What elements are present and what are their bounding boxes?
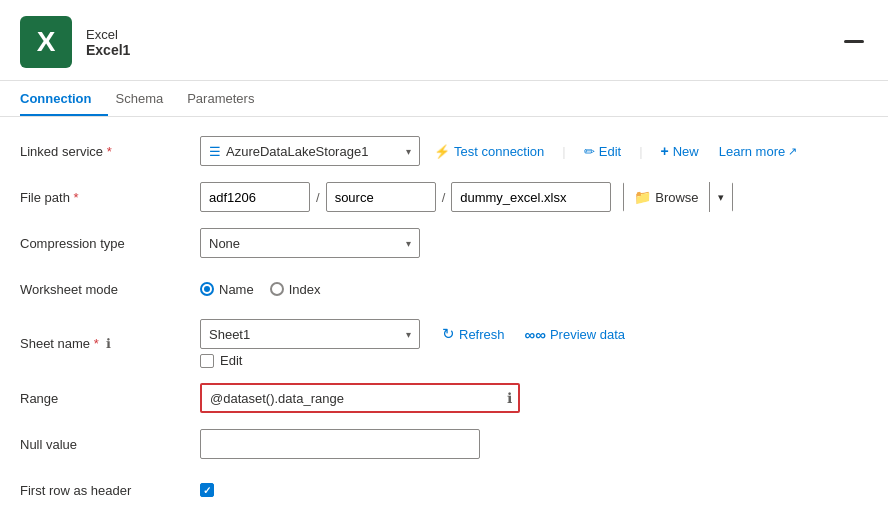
tab-schema[interactable]: Schema xyxy=(116,81,180,116)
radio-option-index[interactable]: Index xyxy=(270,282,321,297)
path-separator-1: / xyxy=(314,190,322,205)
range-input-wrapper: ℹ xyxy=(200,383,520,413)
compression-type-label: Compression type xyxy=(20,236,200,251)
linked-service-controls: ☰ AzureDataLakeStorage1 ▾ ⚡ Test connect… xyxy=(200,136,868,166)
range-input[interactable] xyxy=(200,383,520,413)
file-path-seg1[interactable] xyxy=(200,182,310,212)
header: X Excel Excel1 xyxy=(0,0,888,81)
linked-service-dropdown[interactable]: ☰ AzureDataLakeStorage1 ▾ xyxy=(200,136,420,166)
tabs-bar: Connection Schema Parameters xyxy=(0,81,888,117)
header-titles: Excel Excel1 xyxy=(86,27,130,58)
folder-icon: 📁 xyxy=(634,189,651,205)
sheet-name-input-group: Sheet1 ▾ ↻ Refresh ∞∞ Preview data xyxy=(200,319,631,368)
linked-service-row: Linked service * ☰ AzureDataLakeStorage1… xyxy=(20,135,868,167)
compression-type-controls: None ▾ xyxy=(200,228,868,258)
pencil-icon: ✏ xyxy=(584,144,595,159)
test-connection-button[interactable]: ⚡ Test connection xyxy=(428,140,550,163)
compression-type-dropdown[interactable]: None ▾ xyxy=(200,228,420,258)
refresh-icon: ↻ xyxy=(442,325,455,343)
linked-service-icon: ☰ xyxy=(209,144,221,159)
worksheet-mode-controls: Name Index xyxy=(200,282,868,297)
null-value-controls xyxy=(200,429,868,459)
compression-type-row: Compression type None ▾ xyxy=(20,227,868,259)
tab-connection[interactable]: Connection xyxy=(20,81,108,116)
worksheet-mode-row: Worksheet mode Name Index xyxy=(20,273,868,305)
file-path-segments: / / xyxy=(200,182,611,212)
path-separator-2: / xyxy=(440,190,448,205)
sheet-name-controls: Sheet1 ▾ ↻ Refresh ∞∞ Preview data xyxy=(200,319,868,368)
preview-icon: ∞∞ xyxy=(525,326,546,343)
new-linked-service-button[interactable]: + New xyxy=(655,139,705,163)
radio-index-label: Index xyxy=(289,282,321,297)
compression-dropdown-arrow-icon: ▾ xyxy=(406,238,411,249)
sheet-name-label: Sheet name * ℹ xyxy=(20,336,200,351)
first-row-header-controls xyxy=(200,483,868,497)
linked-service-value: AzureDataLakeStorage1 xyxy=(226,144,368,159)
learn-more-button[interactable]: Learn more ↗ xyxy=(713,140,803,163)
preview-data-button[interactable]: ∞∞ Preview data xyxy=(519,322,632,347)
null-value-row: Null value xyxy=(20,428,868,460)
tab-parameters[interactable]: Parameters xyxy=(187,81,270,116)
linked-service-label: Linked service * xyxy=(20,144,200,159)
excel-logo: X xyxy=(20,16,72,68)
edit-checkbox[interactable] xyxy=(200,354,214,368)
sheet-name-dropdown[interactable]: Sheet1 ▾ xyxy=(200,319,420,349)
first-row-header-checkbox[interactable] xyxy=(200,483,214,497)
range-info-icon[interactable]: ℹ xyxy=(507,390,512,406)
edit-checkbox-label: Edit xyxy=(220,353,242,368)
refresh-button[interactable]: ↻ Refresh xyxy=(436,321,511,347)
range-row: Range ℹ xyxy=(20,382,868,414)
sheet-name-row: Sheet name * ℹ Sheet1 ▾ ↻ Refresh xyxy=(20,319,868,368)
file-path-row: File path * / / 📁 Browse ▾ xyxy=(20,181,868,213)
browse-dropdown-arrow[interactable]: ▾ xyxy=(710,182,732,212)
dropdown-arrow-icon: ▾ xyxy=(406,146,411,157)
edit-checkbox-row: Edit xyxy=(200,353,631,368)
radio-option-name[interactable]: Name xyxy=(200,282,254,297)
radio-name-label: Name xyxy=(219,282,254,297)
header-dataset-name: Excel1 xyxy=(86,42,130,58)
worksheet-mode-label: Worksheet mode xyxy=(20,282,200,297)
plus-icon: + xyxy=(661,143,669,159)
edit-linked-service-button[interactable]: ✏ Edit xyxy=(578,140,627,163)
compression-type-value: None xyxy=(209,236,240,251)
test-connection-icon: ⚡ xyxy=(434,144,450,159)
form-content: Linked service * ☰ AzureDataLakeStorage1… xyxy=(0,117,888,525)
null-value-input[interactable] xyxy=(200,429,480,459)
range-label: Range xyxy=(20,391,200,406)
browse-container: 📁 Browse ▾ xyxy=(623,182,732,212)
file-path-seg2[interactable] xyxy=(326,182,436,212)
sheet-row-actions: ↻ Refresh ∞∞ Preview data xyxy=(436,321,631,347)
radio-name-circle xyxy=(200,282,214,296)
external-link-icon: ↗ xyxy=(788,145,797,158)
first-row-header-row: First row as header xyxy=(20,474,868,506)
file-path-label: File path * xyxy=(20,190,200,205)
header-app-label: Excel xyxy=(86,27,130,42)
null-value-label: Null value xyxy=(20,437,200,452)
excel-logo-letter: X xyxy=(37,26,56,58)
radio-index-circle xyxy=(270,282,284,296)
file-path-controls: / / 📁 Browse ▾ xyxy=(200,182,868,212)
collapse-bar[interactable] xyxy=(844,40,864,43)
file-path-seg3[interactable] xyxy=(451,182,611,212)
worksheet-mode-radio-group: Name Index xyxy=(200,282,321,297)
first-row-header-label: First row as header xyxy=(20,483,200,498)
range-controls: ℹ xyxy=(200,383,868,413)
sheet-name-value: Sheet1 xyxy=(209,327,250,342)
browse-button[interactable]: 📁 Browse xyxy=(624,182,709,212)
sheet-name-info-icon[interactable]: ℹ xyxy=(106,336,111,351)
sheet-name-dropdown-arrow: ▾ xyxy=(406,329,411,340)
